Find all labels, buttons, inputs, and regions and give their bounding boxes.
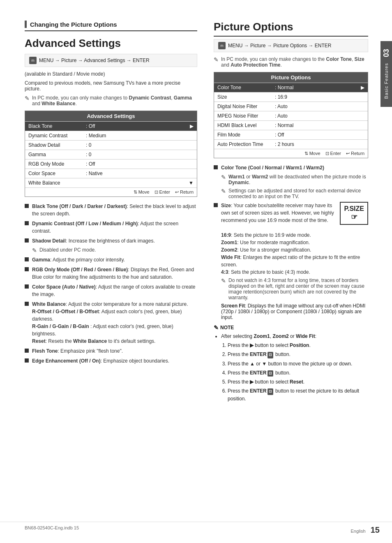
bullet-item: Shadow Detail: Increase the brightness o…	[25, 237, 197, 245]
pencil-icon-note: ✎	[214, 324, 219, 331]
table-row: HDMI Black Level : Normal	[214, 120, 368, 130]
left-section-header: Changing the Picture Options	[25, 21, 197, 31]
note-step: Press the ▲ or ▼ button to move the pict…	[228, 360, 368, 367]
availability-note: (available in Standard / Movie mode)	[25, 71, 197, 77]
page-number: 15	[371, 525, 380, 534]
pencil-icon-left: ✎	[25, 95, 30, 102]
footer-file: BN68-02540C-Eng.indb 15	[25, 525, 79, 535]
left-menu-path: m MENU → Picture → Advanced Settings → E…	[25, 54, 197, 67]
table-row: Digital Noise Filter : Auto	[214, 102, 368, 111]
bullet-item: Color Space (Auto / Native): Adjust the …	[25, 283, 197, 298]
sub-note: ✎ Warm1 or Warm2 will be deactivated whe…	[221, 174, 368, 185]
menu-icon-right: m	[218, 42, 226, 49]
table-row: Auto Protection Time : 2 hours	[214, 139, 368, 149]
table-row: Film Mode : Off	[214, 130, 368, 139]
menu-icon-left: m	[29, 57, 37, 64]
table-row: Gamma : 0	[25, 150, 197, 159]
table-row: MPEG Noise Filter : Auto	[214, 111, 368, 120]
bullet-item: Flesh Tone: Emphasize pink "flesh tone".	[25, 347, 197, 355]
bullet-section-left: Black Tone (Off / Dark / Darker / Darkes…	[25, 203, 197, 365]
note-step: Press the ENTER⊡ button.	[228, 351, 368, 358]
p-size-box: P.SIZE ☞	[340, 202, 368, 225]
screen-fit-text: Screen Fit: Displays the full image with…	[221, 303, 368, 320]
bullet-item: Edge Enhancement (Off / On): Emphasize o…	[25, 357, 197, 365]
right-column: Picture Options m MENU → Picture → Pictu…	[210, 21, 368, 527]
sub-note: ✎ Do not watch in 4:3 format for a long …	[221, 277, 368, 300]
table-row: Size : 16:9	[214, 92, 368, 102]
chapter-tab: 03 Basic Features	[380, 41, 392, 107]
footer-right: English 15	[350, 525, 380, 535]
note-step: Press the ENTER⊡ button.	[228, 369, 368, 377]
picture-options-header: Picture Options	[214, 72, 368, 83]
advanced-settings-header: Advanced Settings	[25, 111, 197, 121]
chapter-number: 03	[382, 49, 391, 57]
english-label: English	[350, 529, 365, 534]
pencil-icon: ✎	[221, 188, 226, 194]
picture-options-table: Picture Options Color Tone : Normal ▶ Si…	[214, 72, 368, 158]
bullet-section-right: Color Tone (Cool / Normal / Warm1 / Warm…	[214, 164, 368, 320]
bullet-item: RGB Only Mode (Off / Red / Green / Blue)…	[25, 266, 197, 281]
table-row: Dynamic Contrast : Medium	[25, 131, 197, 140]
note-step: Press the ▶ button to select Reset.	[228, 378, 368, 386]
note-heading: ✎ NOTE	[214, 324, 368, 331]
bullet-item: White Balance: Adjust the color temperat…	[25, 300, 197, 345]
note-bullet-item: After selecting Zoom1, Zoom2 or Wide Fit…	[221, 333, 368, 402]
right-big-title: Picture Options	[214, 21, 368, 37]
bullet-item-size: P.SIZE ☞ Size: Your cable box/satellite …	[214, 202, 368, 320]
table-footer-right: ⇅ Move ⊡ Enter ↩ Return	[214, 149, 368, 158]
bullet-item: Gamma: Adjust the primary color intensit…	[25, 256, 197, 263]
table-row: RGB Only Mode : Off	[25, 159, 197, 169]
table-row: White Balance ▼	[25, 178, 197, 187]
page-footer: BN68-02540C-Eng.indb 15 English 15	[0, 522, 392, 535]
bullet-item: Dynamic Contrast (Off / Low / Medium / H…	[25, 220, 197, 235]
intro-text: Compared to previous models, new Samsung…	[25, 80, 197, 92]
pencil-icon: ✎	[221, 174, 226, 180]
note-section: ✎ NOTE After selecting Zoom1, Zoom2 or W…	[214, 324, 368, 402]
left-big-title: Advanced Settings	[25, 37, 197, 50]
note-step: Press the ▶ button to select Position.	[228, 342, 368, 349]
table-row: Shadow Detail : 0	[25, 140, 197, 150]
table-row: Color Space : Native	[25, 169, 197, 178]
pencil-icon-right: ✎	[214, 56, 219, 63]
right-pc-note: ✎ In PC mode, you can only make changes …	[214, 56, 368, 68]
right-menu-path: m MENU → Picture → Picture Options → ENT…	[214, 39, 368, 52]
sub-note: ✎ Settings can be adjusted and stored fo…	[221, 188, 368, 199]
left-pc-note: ✎ In PC mode, you can only make changes …	[25, 95, 197, 106]
header-bar	[25, 21, 27, 28]
bullet-item: Black Tone (Off / Dark / Darker / Darkes…	[25, 203, 197, 217]
pencil-icon: ✎	[32, 247, 37, 254]
table-footer-left: ⇅ Move ⊡ Enter ↩ Return	[25, 187, 197, 196]
table-row: Black Tone : Off ▶	[25, 121, 197, 131]
left-section-title: Changing the Picture Options	[30, 21, 117, 28]
note-step: Press the ENTER⊡ button to reset the pic…	[228, 387, 368, 402]
advanced-settings-table: Advanced Settings Black Tone : Off ▶ Dyn…	[25, 111, 197, 197]
left-column: Changing the Picture Options Advanced Se…	[25, 21, 197, 527]
bullet-item: Color Tone (Cool / Normal / Warm1 / Warm…	[214, 164, 368, 171]
sub-note: ✎ Disabled under PC mode.	[32, 247, 197, 254]
table-row: Color Tone : Normal ▶	[214, 83, 368, 92]
chapter-label: Basic Features	[384, 63, 389, 99]
